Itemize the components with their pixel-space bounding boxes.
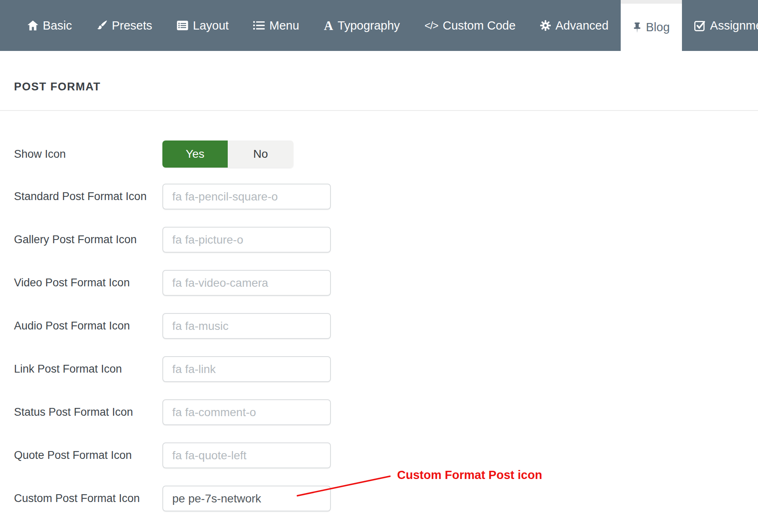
tab-custom-code[interactable]: </> Custom Code [412, 0, 528, 51]
quote-post-format-input[interactable] [162, 442, 331, 468]
home-icon [28, 21, 38, 30]
tab-label: Blog [646, 21, 670, 34]
status-post-format-row: Status Post Format Icon [14, 399, 758, 425]
show-icon-toggle: Yes No [162, 140, 293, 168]
tab-label: Presets [112, 19, 152, 32]
link-post-format-input[interactable] [162, 356, 331, 382]
tab-advanced[interactable]: Advanced [528, 0, 621, 51]
page-title: POST FORMAT [14, 81, 758, 92]
pin-icon [633, 22, 641, 33]
video-post-format-row: Video Post Format Icon [14, 270, 758, 296]
gallery-post-format-input[interactable] [162, 227, 331, 253]
tab-presets[interactable]: Presets [84, 0, 164, 51]
standard-post-format-row: Standard Post Format Icon [14, 184, 758, 210]
tab-basic[interactable]: Basic [15, 0, 84, 51]
tab-label: Assignment [710, 19, 758, 32]
status-post-format-label: Status Post Format Icon [14, 406, 162, 419]
tab-assignment[interactable]: Assignment [682, 0, 758, 51]
quote-post-format-row: Quote Post Format Icon [14, 442, 758, 468]
tab-label: Advanced [555, 19, 608, 32]
quote-post-format-label: Quote Post Format Icon [14, 449, 162, 462]
show-icon-no-button[interactable]: No [228, 140, 293, 168]
tab-typography[interactable]: A Typography [312, 0, 412, 51]
tab-label: Custom Code [443, 19, 515, 32]
audio-post-format-input[interactable] [162, 313, 331, 339]
tab-blog-active[interactable]: Blog [621, 0, 682, 51]
tab-label: Menu [269, 19, 299, 32]
tab-label: Typography [337, 19, 400, 32]
brush-icon [97, 20, 107, 31]
tab-label: Basic [43, 19, 72, 32]
layout-icon [177, 21, 188, 30]
section-header: POST FORMAT [0, 51, 758, 111]
gear-icon [540, 20, 551, 31]
settings-tab-bar: Basic Presets Layout Menu A Typography <… [0, 0, 758, 51]
custom-post-format-label: Custom Post Format Icon [14, 492, 162, 505]
annotation-text: Custom Format Post icon [397, 468, 542, 482]
audio-post-format-label: Audio Post Format Icon [14, 320, 162, 332]
link-post-format-row: Link Post Format Icon [14, 356, 758, 382]
audio-post-format-row: Audio Post Format Icon [14, 313, 758, 339]
custom-post-format-input[interactable] [162, 486, 331, 511]
link-post-format-label: Link Post Format Icon [14, 363, 162, 375]
show-icon-row: Show Icon Yes No [14, 140, 758, 168]
video-post-format-input[interactable] [162, 270, 331, 296]
status-post-format-input[interactable] [162, 399, 331, 425]
tab-menu[interactable]: Menu [241, 0, 312, 51]
check-square-icon [694, 20, 705, 31]
tab-layout[interactable]: Layout [164, 0, 241, 51]
standard-post-format-label: Standard Post Format Icon [14, 190, 162, 203]
menu-icon [253, 21, 265, 30]
show-icon-yes-button[interactable]: Yes [162, 140, 228, 168]
gallery-post-format-row: Gallery Post Format Icon [14, 227, 758, 253]
gallery-post-format-label: Gallery Post Format Icon [14, 233, 162, 246]
video-post-format-label: Video Post Format Icon [14, 276, 162, 289]
show-icon-label: Show Icon [14, 148, 162, 161]
code-icon: </> [425, 21, 438, 31]
tab-label: Layout [193, 19, 229, 32]
font-icon: A [324, 19, 333, 32]
custom-post-format-row: Custom Post Format Icon [14, 486, 758, 511]
post-format-form: Show Icon Yes No Standard Post Format Ic… [0, 111, 758, 511]
standard-post-format-input[interactable] [162, 184, 331, 210]
